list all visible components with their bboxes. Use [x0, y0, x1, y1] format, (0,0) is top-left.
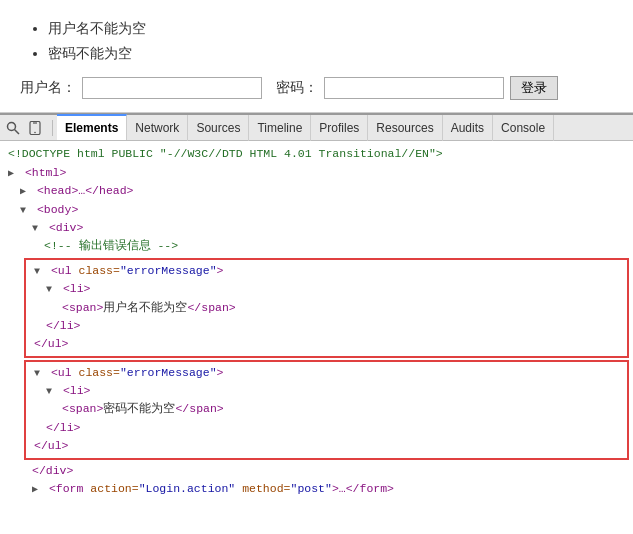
svg-line-1	[15, 129, 20, 134]
error-item-1: 用户名不能为空	[48, 16, 613, 41]
highlight-box-1: ▼ <ul class="errorMessage"> ▼ <li> <span…	[24, 258, 629, 358]
code-comment: <!-- 输出错误信息 -->	[0, 237, 633, 255]
tab-resources[interactable]: Resources	[368, 115, 442, 141]
toolbar-separator	[52, 120, 53, 136]
code-form: ▶ <form action="Login.action" method="po…	[0, 480, 633, 498]
login-form-row: 用户名： 密码： 登录	[20, 76, 613, 100]
highlight-box-2: ▼ <ul class="errorMessage"> ▼ <li> <span…	[24, 360, 629, 460]
password-label: 密码：	[276, 79, 318, 97]
code-div-open: ▼ <div>	[0, 219, 633, 237]
tab-network[interactable]: Network	[127, 115, 188, 141]
tab-sources[interactable]: Sources	[188, 115, 249, 141]
search-icon[interactable]	[4, 119, 22, 137]
tab-elements[interactable]: Elements	[57, 114, 127, 140]
code-ul2-open: ▼ <ul class="errorMessage">	[26, 364, 627, 382]
code-html: ▶ <html>	[0, 164, 633, 182]
mobile-icon[interactable]	[26, 119, 44, 137]
code-li2-close: </li>	[26, 419, 627, 437]
devtools-toolbar: Elements Network Sources Timeline Profil…	[0, 115, 633, 141]
tab-audits[interactable]: Audits	[443, 115, 493, 141]
code-ul1-close: </ul>	[26, 335, 627, 353]
code-div-close: </div>	[0, 462, 633, 480]
top-area: 用户名不能为空 密码不能为空 用户名： 密码： 登录	[0, 0, 633, 113]
username-label: 用户名：	[20, 79, 76, 97]
error-list: 用户名不能为空 密码不能为空	[20, 16, 613, 66]
svg-point-3	[34, 132, 36, 134]
code-span1: <span>用户名不能为空</span>	[26, 299, 627, 317]
username-input[interactable]	[82, 77, 262, 99]
code-area[interactable]: <!DOCTYPE html PUBLIC "-//W3C//DTD HTML …	[0, 141, 633, 517]
code-li1-close: </li>	[26, 317, 627, 335]
code-doctype: <!DOCTYPE html PUBLIC "-//W3C//DTD HTML …	[0, 145, 633, 163]
error-item-2: 密码不能为空	[48, 41, 613, 66]
tab-console[interactable]: Console	[493, 115, 554, 141]
code-head: ▶ <head>…</head>	[0, 182, 633, 200]
code-ul1-open: ▼ <ul class="errorMessage">	[26, 262, 627, 280]
code-body-open: ▼ <body>	[0, 201, 633, 219]
devtools-panel: Elements Network Sources Timeline Profil…	[0, 113, 633, 517]
code-li1-open: ▼ <li>	[26, 280, 627, 298]
svg-point-0	[8, 122, 16, 130]
code-li2-open: ▼ <li>	[26, 382, 627, 400]
login-button[interactable]: 登录	[510, 76, 558, 100]
password-input[interactable]	[324, 77, 504, 99]
code-ul2-close: </ul>	[26, 437, 627, 455]
tab-profiles[interactable]: Profiles	[311, 115, 368, 141]
code-span2: <span>密码不能为空</span>	[26, 400, 627, 418]
tab-timeline[interactable]: Timeline	[249, 115, 311, 141]
